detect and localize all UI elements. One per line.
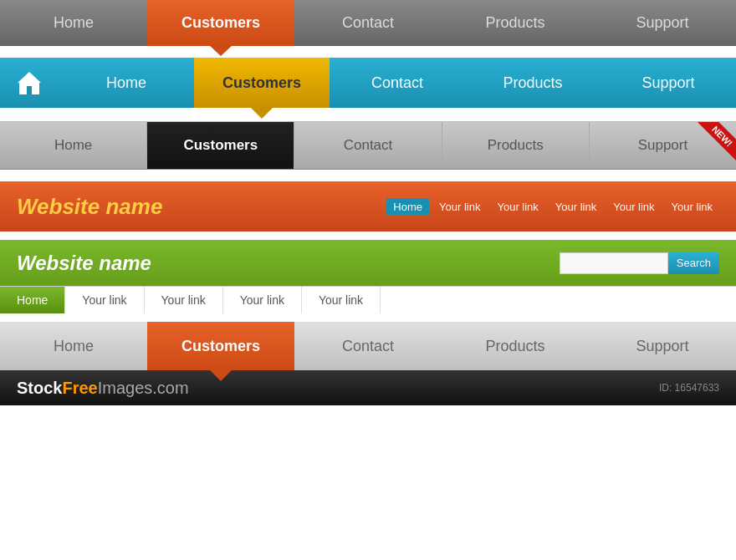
- nav4-link-home[interactable]: Home: [386, 198, 429, 216]
- nav4-link-2[interactable]: Your link: [490, 198, 544, 216]
- nav3-products[interactable]: Products: [442, 122, 590, 169]
- footer-stock: Stock: [17, 379, 62, 397]
- navbar-3: Home Customers Contact Products Support …: [0, 121, 736, 170]
- brand-main-4: Website: [17, 194, 105, 219]
- svg-rect-2: [27, 86, 32, 94]
- nav3-customers[interactable]: Customers: [147, 122, 294, 169]
- home-icon[interactable]: [0, 69, 59, 96]
- spacer-2: [0, 108, 736, 121]
- svg-marker-1: [18, 72, 41, 83]
- footer-rest: Images.com: [98, 379, 189, 397]
- nav2-products[interactable]: Products: [465, 58, 601, 108]
- new-ribbon: NEW!: [686, 122, 736, 172]
- navbar-4: Website name Home Your link Your link Yo…: [0, 181, 736, 232]
- navbar-5: Website name Search Home Your link Your …: [0, 240, 736, 313]
- nav5-link-1[interactable]: Your link: [65, 287, 144, 313]
- nav6-support[interactable]: Support: [589, 322, 736, 370]
- new-ribbon-text: NEW!: [698, 122, 736, 160]
- nav5-bottom: Home Your link Your link Your link Your …: [0, 286, 736, 313]
- nav4-link-4[interactable]: Your link: [606, 198, 661, 216]
- navbar-6: Home Customers Contact Products Support: [0, 322, 736, 370]
- nav3-support[interactable]: Support NEW!: [590, 122, 736, 169]
- footer-brand: StockFreeImages.com: [17, 379, 189, 398]
- footer-id: ID: 16547633: [659, 382, 719, 394]
- nav3-contact[interactable]: Contact: [294, 122, 442, 169]
- nav5-link-4[interactable]: Your link: [302, 287, 381, 313]
- nav1-contact[interactable]: Contact: [294, 0, 442, 46]
- nav2-home[interactable]: Home: [59, 58, 194, 108]
- search-button[interactable]: Search: [668, 252, 719, 274]
- nav6-home[interactable]: Home: [0, 322, 147, 370]
- nav6-products[interactable]: Products: [442, 322, 589, 370]
- navbar-1: Home Customers Contact Products Support: [0, 0, 736, 46]
- nav5-link-3[interactable]: Your link: [223, 287, 302, 313]
- brand-5: Website name: [17, 252, 560, 275]
- nav1-customers[interactable]: Customers: [147, 0, 294, 46]
- nav5-link-2[interactable]: Your link: [145, 287, 223, 313]
- nav5-top: Website name Search: [0, 240, 736, 286]
- nav1-products[interactable]: Products: [442, 0, 589, 46]
- nav3-home[interactable]: Home: [0, 122, 147, 169]
- nav4-links: Home Your link Your link Your link Your …: [386, 198, 719, 216]
- spacer-3: [0, 170, 736, 181]
- nav2-support[interactable]: Support: [601, 58, 736, 108]
- nav4-link-3[interactable]: Your link: [549, 198, 603, 216]
- nav5-link-home[interactable]: Home: [0, 287, 65, 313]
- nav2-customers[interactable]: Customers: [194, 58, 330, 108]
- nav2-contact[interactable]: Contact: [330, 58, 465, 108]
- nav6-contact[interactable]: Contact: [294, 322, 442, 370]
- brand-4: Website name: [17, 194, 386, 220]
- nav1-home[interactable]: Home: [0, 0, 147, 46]
- brand-accent-4: name: [105, 194, 162, 219]
- spacer-5: [0, 313, 736, 322]
- search-area: Search: [560, 252, 719, 274]
- nav6-customers[interactable]: Customers: [147, 322, 294, 370]
- spacer-1: [0, 46, 736, 58]
- spacer-4: [0, 232, 736, 240]
- search-input[interactable]: [560, 252, 668, 274]
- nav3-support-label: Support: [638, 137, 688, 154]
- nav4-link-5[interactable]: Your link: [665, 198, 719, 216]
- nav4-link-1[interactable]: Your link: [432, 198, 487, 216]
- nav1-support[interactable]: Support: [589, 0, 736, 46]
- footer: StockFreeImages.com ID: 16547633: [0, 370, 736, 405]
- navbar-2: Home Customers Contact Products Support: [0, 58, 736, 108]
- footer-free: Free: [62, 379, 97, 397]
